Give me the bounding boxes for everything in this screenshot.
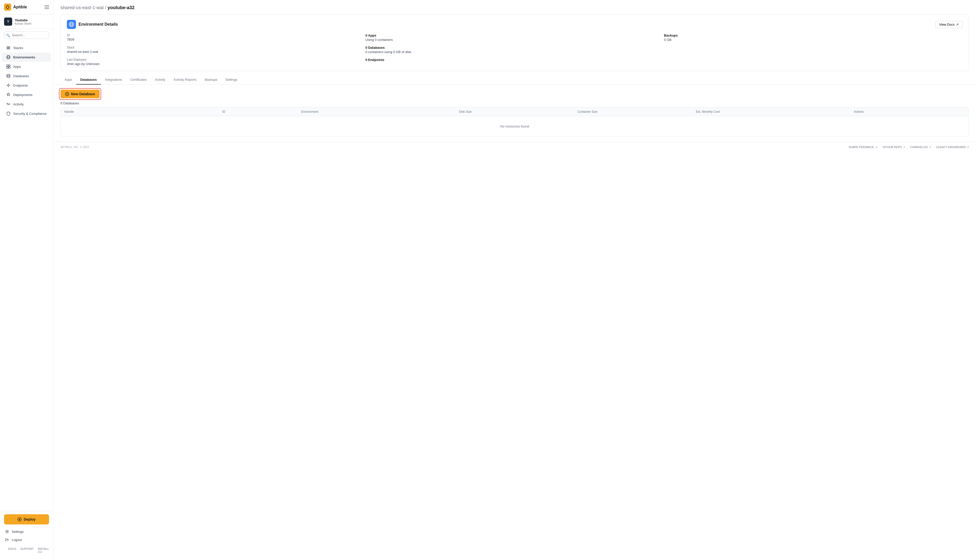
col-environment: Environment (297, 107, 455, 116)
tabs-bar: Apps Databases Integrations Certificates… (53, 75, 976, 85)
svg-rect-2 (7, 47, 10, 48)
sidebar: Aptible Y Youtube Kishan Sheth 🔍 (0, 0, 53, 560)
svg-rect-7 (7, 65, 8, 66)
external-link-icon: ↗ (956, 23, 959, 27)
support-link[interactable]: SUPPORT (20, 547, 34, 553)
env-details: ID 7809 0 Apps Using 0 containers Backup… (67, 33, 963, 66)
sidebar-item-stacks[interactable]: Stacks (2, 43, 51, 52)
detail-apps: 0 Apps Using 0 containers (366, 33, 664, 42)
tab-activity-reports[interactable]: Activity Reports (169, 75, 201, 85)
tab-certificates[interactable]: Certificates (126, 75, 151, 85)
changelog-link[interactable]: CHANGELOG ↗ (910, 145, 931, 148)
detail-backups: Backups 0 GB (664, 33, 963, 42)
stacks-label: Stacks (13, 46, 23, 50)
sidebar-logo-text: Aptible (13, 5, 27, 9)
external-link-icon: ↗ (929, 146, 931, 148)
environments-icon (6, 55, 11, 60)
sidebar-item-environments[interactable]: Environments (2, 53, 51, 62)
col-handle: Handle (61, 107, 219, 116)
main-content: shared-us-east-1-wat / youtube-a32 (53, 0, 976, 560)
search-input[interactable] (4, 32, 49, 39)
logout-nav-item[interactable]: Logout (4, 536, 49, 544)
breadcrumb: shared-us-east-1-wat / youtube-a32 (60, 5, 969, 10)
svg-rect-3 (7, 48, 10, 49)
search-box: 🔍 (0, 29, 53, 42)
col-id: ID (219, 107, 297, 116)
svg-rect-1 (7, 47, 10, 47)
security-icon (6, 111, 11, 116)
breadcrumb-stack: shared-us-east-1-wat (60, 5, 104, 10)
database-count: 0 Databases (60, 101, 969, 105)
svg-rect-8 (8, 65, 10, 66)
tab-backups[interactable]: Backups (201, 75, 221, 85)
breadcrumb-env: youtube-a32 (107, 5, 134, 10)
new-database-button[interactable]: New Database (60, 90, 100, 98)
content-area: New Database 0 Databases Handle ID Envir… (53, 85, 976, 142)
sidebar-item-databases[interactable]: Databases (2, 72, 51, 80)
svg-rect-9 (7, 67, 8, 68)
org-sub: Kishan Sheth (15, 22, 31, 25)
apps-icon (6, 64, 11, 69)
org-selector[interactable]: Y Youtube Kishan Sheth (0, 15, 53, 29)
plus-icon (18, 517, 22, 522)
tab-apps[interactable]: Apps (60, 75, 76, 85)
search-icon: 🔍 (6, 33, 10, 37)
environment-globe-icon (67, 20, 76, 29)
activity-label: Activity (13, 102, 23, 106)
chevron-down-icon (875, 146, 877, 148)
deployments-label: Deployments (13, 93, 33, 97)
github-repo-link[interactable]: GITHUB REPO ↗ (883, 145, 905, 148)
sidebar-footer: DOCS SUPPORT INSTALL CLI (4, 545, 49, 557)
bottom-nav: Settings Logout (4, 527, 49, 545)
tab-databases[interactable]: Databases (76, 75, 101, 85)
view-docs-button[interactable]: View Docs ↗ (935, 21, 963, 28)
plus-circle-icon (65, 92, 69, 96)
settings-label: Settings (12, 530, 23, 533)
tab-integrations[interactable]: Integrations (101, 75, 126, 85)
environment-card: Environment Details View Docs ↗ ID 7809 … (60, 15, 969, 71)
org-avatar: Y (4, 18, 12, 26)
security-label: Security & Compliance (13, 112, 47, 115)
databases-label: Databases (13, 74, 29, 78)
menu-toggle-button[interactable] (45, 5, 49, 9)
env-card-title: Environment Details (79, 22, 118, 27)
sidebar-item-activity[interactable]: Activity (2, 100, 51, 109)
external-link-icon: ↗ (967, 146, 969, 148)
svg-point-16 (7, 531, 8, 532)
sidebar-bottom: Deploy Settings Logout DO (0, 511, 53, 560)
sidebar-item-deployments[interactable]: Deployments (2, 90, 51, 99)
apps-label: Apps (13, 65, 21, 68)
col-container-size: Container Size (574, 107, 692, 116)
sidebar-item-security[interactable]: Security & Compliance (2, 109, 51, 118)
sidebar-item-apps[interactable]: Apps (2, 62, 51, 71)
share-feedback-link[interactable]: SHARE FEEDBACK (848, 145, 877, 148)
tab-settings[interactable]: Settings (221, 75, 241, 85)
detail-id: ID 7809 (67, 33, 366, 42)
aptible-logo-icon (4, 3, 11, 11)
page-header: shared-us-east-1-wat / youtube-a32 (53, 0, 976, 10)
org-name: Youtube (15, 18, 31, 22)
empty-state: No resources found (61, 116, 969, 137)
activity-icon (6, 102, 11, 107)
tab-activity[interactable]: Activity (151, 75, 169, 85)
col-monthly-cost: Est. Monthly Cost (692, 107, 850, 116)
col-actions: Actions (850, 107, 969, 116)
footer-copyright: APTIBLE, INC. © 2023 (60, 145, 89, 148)
databases-icon (6, 73, 11, 78)
svg-point-12 (8, 85, 9, 86)
svg-point-11 (7, 74, 10, 76)
settings-nav-item[interactable]: Settings (4, 527, 49, 536)
docs-link[interactable]: DOCS (8, 547, 16, 553)
col-disk-size: Disk Size (455, 107, 574, 116)
database-table: Handle ID Environment Disk Size Containe… (60, 107, 969, 137)
logout-icon (5, 538, 9, 542)
logout-label: Logout (12, 538, 22, 542)
sidebar-item-endpoints[interactable]: Endpoints (2, 81, 51, 90)
detail-last-deployed: Last Deployed 3min ago by Unknown (67, 58, 366, 66)
endpoints-label: Endpoints (13, 83, 28, 87)
detail-endpoints: 0 Endpoints (366, 58, 664, 66)
deploy-button[interactable]: Deploy (4, 514, 49, 525)
legacy-dashboard-link[interactable]: LEGACY DASHBOARD ↗ (936, 145, 969, 148)
sidebar-nav: Stacks Environments (0, 42, 53, 511)
install-cli-link[interactable]: INSTALL CLI (38, 547, 49, 553)
